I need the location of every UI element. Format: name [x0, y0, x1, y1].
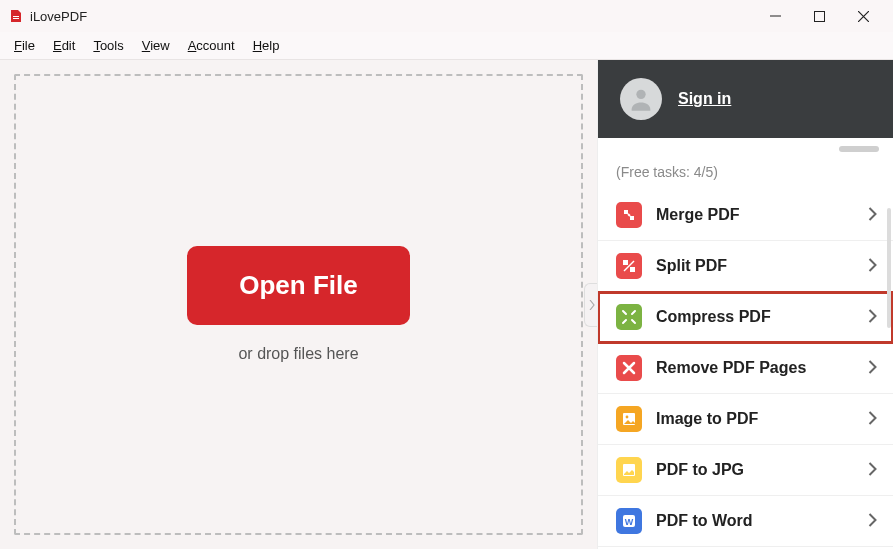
close-button[interactable] [841, 2, 885, 30]
tool-item-pdf-to-jpg[interactable]: PDF to JPG [598, 445, 893, 496]
sidebar-drag-handle[interactable] [598, 138, 893, 160]
tool-label: Image to PDF [656, 410, 854, 428]
left-pane: Open File or drop files here [0, 60, 597, 549]
chevron-right-icon [868, 309, 877, 326]
tool-label: PDF to Word [656, 512, 854, 530]
tool-list: Merge PDFSplit PDFCompress PDFRemove PDF… [598, 190, 893, 547]
tool-item-remove-pdf-pages[interactable]: Remove PDF Pages [598, 343, 893, 394]
chevron-right-icon [868, 258, 877, 275]
chevron-right-icon [868, 462, 877, 479]
pdf2word-icon [616, 508, 642, 534]
minimize-button[interactable] [753, 2, 797, 30]
app-icon [8, 8, 24, 24]
tool-label: Merge PDF [656, 206, 854, 224]
avatar-icon [620, 78, 662, 120]
menu-file[interactable]: File [6, 36, 43, 55]
compress-icon [616, 304, 642, 330]
tool-item-pdf-to-word[interactable]: PDF to Word [598, 496, 893, 547]
tool-item-split-pdf[interactable]: Split PDF [598, 241, 893, 292]
title-bar: iLovePDF [0, 0, 893, 32]
chevron-right-icon [868, 513, 877, 530]
sidebar-collapse-handle[interactable] [584, 283, 598, 327]
menu-account[interactable]: Account [180, 36, 243, 55]
image-icon [616, 406, 642, 432]
tool-label: Remove PDF Pages [656, 359, 854, 377]
remove-icon [616, 355, 642, 381]
window-title: iLovePDF [30, 9, 87, 24]
scrollbar[interactable] [887, 208, 891, 328]
content-row: Open File or drop files here Sign in (Fr… [0, 60, 893, 549]
svg-rect-0 [814, 11, 824, 21]
tool-item-compress-pdf[interactable]: Compress PDF [598, 292, 893, 343]
maximize-button[interactable] [797, 2, 841, 30]
menu-help[interactable]: Help [245, 36, 288, 55]
menu-bar: File Edit Tools View Account Help [0, 32, 893, 60]
chevron-right-icon [868, 360, 877, 377]
sign-in-link[interactable]: Sign in [678, 90, 731, 108]
sidebar: Sign in (Free tasks: 4/5) Merge PDFSplit… [597, 60, 893, 549]
pdf2jpg-icon [616, 457, 642, 483]
tool-item-merge-pdf[interactable]: Merge PDF [598, 190, 893, 241]
sidebar-header: Sign in [598, 60, 893, 138]
merge-icon [616, 202, 642, 228]
tool-item-image-to-pdf[interactable]: Image to PDF [598, 394, 893, 445]
menu-edit[interactable]: Edit [45, 36, 83, 55]
svg-point-1 [636, 90, 645, 99]
tool-label: Split PDF [656, 257, 854, 275]
tool-label: Compress PDF [656, 308, 854, 326]
drop-hint: or drop files here [238, 345, 358, 363]
open-file-button[interactable]: Open File [187, 246, 409, 325]
chevron-right-icon [868, 411, 877, 428]
chevron-right-icon [868, 207, 877, 224]
tool-label: PDF to JPG [656, 461, 854, 479]
drop-zone[interactable]: Open File or drop files here [14, 74, 583, 535]
menu-tools[interactable]: Tools [85, 36, 131, 55]
split-icon [616, 253, 642, 279]
menu-view[interactable]: View [134, 36, 178, 55]
free-tasks-label: (Free tasks: 4/5) [598, 160, 893, 190]
